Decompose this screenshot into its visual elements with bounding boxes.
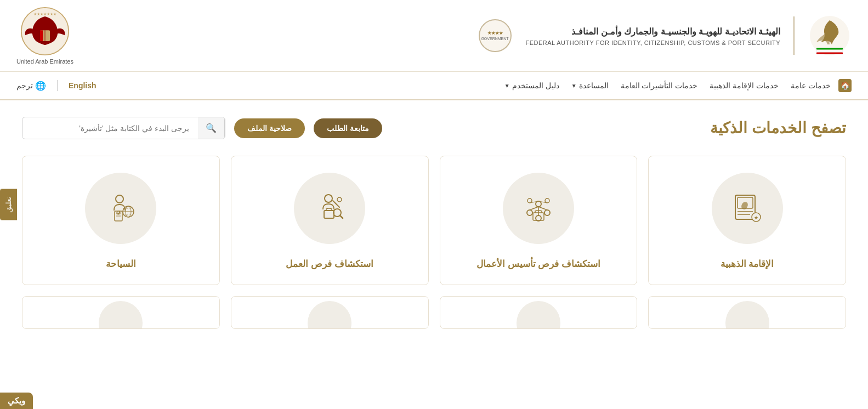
nav-item-general-services[interactable]: خدمات عامة bbox=[786, 73, 835, 98]
nav-item-help[interactable]: المساعدة ▼ bbox=[567, 73, 613, 98]
partial-card-2[interactable] bbox=[440, 296, 638, 329]
svg-point-27 bbox=[325, 195, 332, 202]
org-name-english: FEDERAL AUTHORITY FOR IDENTITY, CITIZENS… bbox=[526, 39, 781, 46]
job-opportunities-label: استكشاف فرص العمل bbox=[286, 257, 373, 271]
file-validity-button[interactable]: صلاحية الملف bbox=[234, 118, 305, 138]
search-buttons-area: متابعة الطلب صلاحية الملف 🔍 bbox=[22, 117, 382, 139]
svg-line-21 bbox=[530, 207, 538, 210]
help-dropdown-icon: ▼ bbox=[571, 83, 577, 89]
partial-card-4[interactable] bbox=[22, 296, 220, 329]
svg-point-15 bbox=[536, 201, 541, 207]
header-divider bbox=[793, 16, 795, 55]
partial-cards-row bbox=[22, 296, 846, 329]
browse-title: تصفح الخدمات الذكية bbox=[710, 119, 846, 137]
svg-rect-2 bbox=[816, 50, 843, 52]
tourism-label: السياحة bbox=[106, 257, 136, 271]
card-golden-residence[interactable]: ★ الإقامة الذهبية bbox=[648, 156, 846, 285]
org-name-block: الهيئـة الاتحاديـة للهويـة والجنسيـة وال… bbox=[526, 25, 781, 46]
golden-residence-icon-circle: ★ bbox=[712, 173, 783, 244]
svg-rect-7 bbox=[40, 30, 43, 41]
badge-stars: ★★★★ GOVERNMENT bbox=[481, 31, 508, 41]
svg-point-17 bbox=[544, 210, 550, 215]
job-opportunities-icon bbox=[313, 192, 346, 225]
guide-dropdown-icon: ▼ bbox=[504, 83, 510, 89]
svg-line-22 bbox=[538, 207, 547, 210]
header-logo-area: الهيئـة الاتحاديـة للهويـة والجنسيـة وال… bbox=[479, 14, 852, 58]
browse-section-header: تصفح الخدمات الذكية متابعة الطلب صلاحية … bbox=[22, 117, 846, 139]
golden-residence-label: الإقامة الذهبية bbox=[721, 257, 774, 271]
tourism-icon bbox=[104, 192, 137, 225]
svg-text:★★★★★★★: ★★★★★★★ bbox=[33, 12, 56, 16]
partial-card-3[interactable] bbox=[231, 296, 429, 329]
search-icon: 🔍 bbox=[206, 123, 217, 133]
svg-point-20 bbox=[545, 198, 549, 203]
svg-line-30 bbox=[340, 215, 343, 218]
quality-badge: ★★★★ GOVERNMENT bbox=[479, 19, 512, 52]
nav-item-golden-residence[interactable]: خدمات الإقامة الذهبية bbox=[705, 73, 783, 98]
svg-point-19 bbox=[527, 198, 532, 203]
translate-label: ترجم bbox=[16, 81, 33, 90]
business-opportunities-icon-circle bbox=[503, 173, 574, 244]
svg-point-33 bbox=[116, 195, 123, 203]
translate-icon: 🌐 bbox=[35, 81, 46, 91]
falcon-logo bbox=[808, 14, 852, 58]
service-cards-grid: ★ الإقامة الذهبية bbox=[22, 156, 846, 285]
org-name-arabic: الهيئـة الاتحاديـة للهويـة والجنسيـة وال… bbox=[526, 25, 781, 38]
svg-rect-3 bbox=[816, 52, 843, 54]
svg-rect-1 bbox=[816, 48, 843, 49]
nav-home-button[interactable]: 🏠 bbox=[838, 79, 852, 92]
lang-divider bbox=[57, 80, 58, 91]
track-request-button[interactable]: متابعة الطلب bbox=[314, 118, 382, 138]
business-opportunities-label: استكشاف فرص تأسيس الأعمال bbox=[476, 257, 600, 271]
nav-item-user-guide[interactable]: دليل المستخدم ▼ bbox=[500, 73, 564, 98]
card-business-opportunities[interactable]: استكشاف فرص تأسيس الأعمال bbox=[440, 156, 638, 285]
nav-lang-area: English 🌐 ترجم bbox=[16, 80, 97, 91]
main-content: تصفح الخدمات الذكية متابعة الطلب صلاحية … bbox=[0, 100, 868, 345]
language-english[interactable]: English bbox=[69, 81, 97, 90]
card-tourism[interactable]: السياحة bbox=[22, 156, 220, 285]
uae-emblem: ★★★★★★★ bbox=[20, 7, 70, 56]
golden-residence-icon: ★ bbox=[731, 192, 764, 225]
header: الهيئـة الاتحاديـة للهويـة والجنسيـة وال… bbox=[0, 0, 868, 72]
search-container: 🔍 bbox=[22, 117, 225, 139]
uae-label: United Arab Emirates bbox=[16, 58, 73, 65]
nav-item-visa-services[interactable]: خدمات التأشيرات العامة bbox=[616, 73, 702, 98]
job-opportunities-icon-circle bbox=[294, 173, 365, 244]
svg-point-16 bbox=[527, 210, 532, 215]
svg-text:★: ★ bbox=[754, 215, 758, 220]
svg-point-32 bbox=[337, 197, 342, 202]
card-job-opportunities[interactable]: استكشاف فرص العمل bbox=[231, 156, 429, 285]
search-input[interactable] bbox=[22, 118, 198, 138]
navbar: 🏠 خدمات عامة خدمات الإقامة الذهبية خدمات… bbox=[0, 72, 868, 100]
uae-emblem-block: ★★★★★★★ United Arab Emirates bbox=[16, 7, 73, 65]
nav-items: 🏠 خدمات عامة خدمات الإقامة الذهبية خدمات… bbox=[500, 73, 852, 98]
partial-card-1[interactable] bbox=[648, 296, 846, 329]
search-button[interactable]: 🔍 bbox=[198, 117, 225, 139]
business-opportunities-icon bbox=[522, 192, 555, 225]
feedback-label: تعليق bbox=[4, 197, 13, 213]
feedback-tab[interactable]: تعليق bbox=[0, 189, 17, 220]
svg-rect-28 bbox=[324, 211, 334, 218]
translate-button[interactable]: 🌐 ترجم bbox=[16, 81, 46, 91]
tourism-icon-circle bbox=[85, 173, 156, 244]
